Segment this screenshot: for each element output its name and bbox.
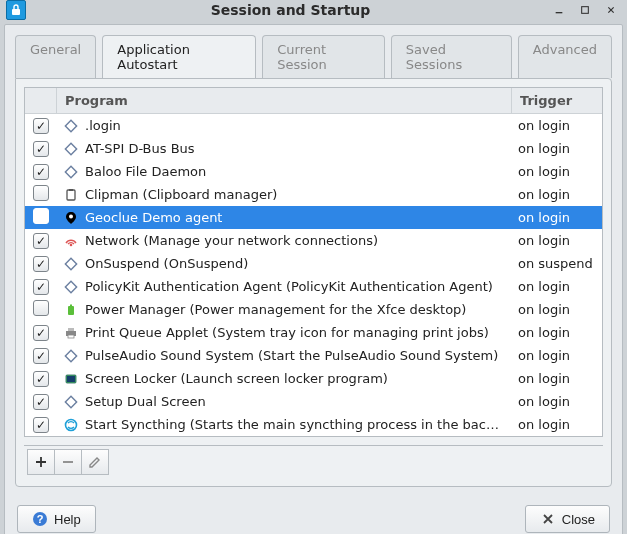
table-row[interactable]: Setup Dual Screenon login <box>25 390 602 413</box>
row-checkbox-cell[interactable] <box>25 371 57 387</box>
svg-rect-15 <box>68 328 74 331</box>
row-checkbox[interactable] <box>33 279 49 295</box>
row-program-label: Print Queue Applet (System tray icon for… <box>85 325 489 340</box>
close-window-button[interactable] <box>601 1 621 19</box>
row-checkbox-cell[interactable] <box>25 208 57 227</box>
row-trigger-cell: on login <box>512 164 602 179</box>
row-checkbox[interactable] <box>33 300 49 316</box>
minus-icon <box>61 455 75 469</box>
tab-advanced[interactable]: Advanced <box>518 35 612 78</box>
table-row[interactable]: PulseAudio Sound System (Start the Pulse… <box>25 344 602 367</box>
row-program-cell: Power Manager (Power management for the … <box>57 302 512 318</box>
table-row[interactable]: Screen Locker (Launch screen locker prog… <box>25 367 602 390</box>
table-row[interactable]: Baloo File Daemonon login <box>25 160 602 183</box>
list-body[interactable]: .loginon loginAT-SPI D-Bus Buson loginBa… <box>25 114 602 436</box>
row-checkbox-cell[interactable] <box>25 348 57 364</box>
header-program[interactable]: Program <box>57 88 512 113</box>
row-checkbox-cell[interactable] <box>25 233 57 249</box>
row-checkbox-cell[interactable] <box>25 185 57 204</box>
minimize-button[interactable] <box>549 1 569 19</box>
row-checkbox-cell[interactable] <box>25 164 57 180</box>
table-row[interactable]: PolicyKit Authentication Agent (PolicyKi… <box>25 275 602 298</box>
row-checkbox-cell[interactable] <box>25 394 57 410</box>
table-row[interactable]: Start Syncthing (Starts the main syncthi… <box>25 413 602 436</box>
row-program-label: Screen Locker (Launch screen locker prog… <box>85 371 388 386</box>
help-icon: ? <box>32 511 48 527</box>
row-checkbox-cell[interactable] <box>25 279 57 295</box>
row-checkbox-cell[interactable] <box>25 325 57 341</box>
row-checkbox[interactable] <box>33 256 49 272</box>
row-checkbox-cell[interactable] <box>25 300 57 319</box>
list-header: Program Trigger <box>25 88 602 114</box>
maximize-button[interactable] <box>575 1 595 19</box>
row-checkbox-cell[interactable] <box>25 141 57 157</box>
close-button[interactable]: Close <box>525 505 610 533</box>
table-row[interactable]: Network (Manage your network connections… <box>25 229 602 252</box>
row-trigger-cell: on login <box>512 302 602 317</box>
row-trigger-cell: on login <box>512 279 602 294</box>
table-row[interactable]: AT-SPI D-Bus Buson login <box>25 137 602 160</box>
table-row[interactable]: OnSuspend (OnSuspend)on suspend <box>25 252 602 275</box>
printer-icon <box>63 325 79 341</box>
row-program-cell: Screen Locker (Launch screen locker prog… <box>57 371 512 387</box>
tab-application-autostart[interactable]: Application Autostart <box>102 35 256 78</box>
list-toolbar <box>24 445 603 478</box>
clipman-icon <box>63 187 79 203</box>
generic-icon <box>63 394 79 410</box>
header-checkbox-col[interactable] <box>25 88 57 113</box>
svg-rect-16 <box>68 335 74 338</box>
row-program-label: PolicyKit Authentication Agent (PolicyKi… <box>85 279 493 294</box>
generic-icon <box>63 348 79 364</box>
row-checkbox[interactable] <box>33 394 49 410</box>
table-row[interactable]: Power Manager (Power management for the … <box>25 298 602 321</box>
row-checkbox[interactable] <box>33 348 49 364</box>
row-checkbox[interactable] <box>33 208 49 224</box>
tab-current-session[interactable]: Current Session <box>262 35 385 78</box>
row-program-label: Start Syncthing (Starts the main syncthi… <box>85 417 506 432</box>
row-trigger-cell: on login <box>512 210 602 225</box>
svg-rect-20 <box>65 396 76 407</box>
row-trigger-cell: on login <box>512 141 602 156</box>
table-row[interactable]: Print Queue Applet (System tray icon for… <box>25 321 602 344</box>
row-checkbox[interactable] <box>33 118 49 134</box>
edit-button[interactable] <box>81 449 109 475</box>
row-checkbox-cell[interactable] <box>25 256 57 272</box>
help-button[interactable]: ? Help <box>17 505 96 533</box>
pencil-icon <box>88 455 102 469</box>
table-row[interactable]: Geoclue Demo agenton login <box>25 206 602 229</box>
row-program-cell: Print Queue Applet (System tray icon for… <box>57 325 512 341</box>
power-icon <box>63 302 79 318</box>
add-button[interactable] <box>27 449 55 475</box>
window-title: Session and Startup <box>32 2 549 18</box>
row-checkbox[interactable] <box>33 164 49 180</box>
row-checkbox-cell[interactable] <box>25 417 57 433</box>
row-checkbox-cell[interactable] <box>25 118 57 134</box>
svg-rect-10 <box>65 258 76 269</box>
tab-general[interactable]: General <box>15 35 96 78</box>
svg-rect-0 <box>12 9 20 15</box>
row-checkbox[interactable] <box>33 185 49 201</box>
row-program-label: AT-SPI D-Bus Bus <box>85 141 195 156</box>
generic-icon <box>63 279 79 295</box>
row-program-label: OnSuspend (OnSuspend) <box>85 256 248 271</box>
row-program-cell: Network (Manage your network connections… <box>57 233 512 249</box>
tab-saved-sessions[interactable]: Saved Sessions <box>391 35 512 78</box>
row-checkbox[interactable] <box>33 325 49 341</box>
row-program-cell: Setup Dual Screen <box>57 394 512 410</box>
header-trigger[interactable]: Trigger <box>512 88 602 113</box>
table-row[interactable]: Clipman (Clipboard manager)on login <box>25 183 602 206</box>
row-checkbox[interactable] <box>33 141 49 157</box>
row-checkbox[interactable] <box>33 233 49 249</box>
row-checkbox[interactable] <box>33 417 49 433</box>
window-controls <box>549 1 621 19</box>
remove-button[interactable] <box>54 449 82 475</box>
svg-rect-2 <box>582 7 589 14</box>
svg-rect-12 <box>68 306 74 315</box>
geoclue-icon <box>63 210 79 226</box>
svg-rect-3 <box>65 120 76 131</box>
svg-rect-19 <box>67 376 75 382</box>
svg-rect-17 <box>65 350 76 361</box>
row-program-label: Geoclue Demo agent <box>85 210 222 225</box>
row-checkbox[interactable] <box>33 371 49 387</box>
table-row[interactable]: .loginon login <box>25 114 602 137</box>
